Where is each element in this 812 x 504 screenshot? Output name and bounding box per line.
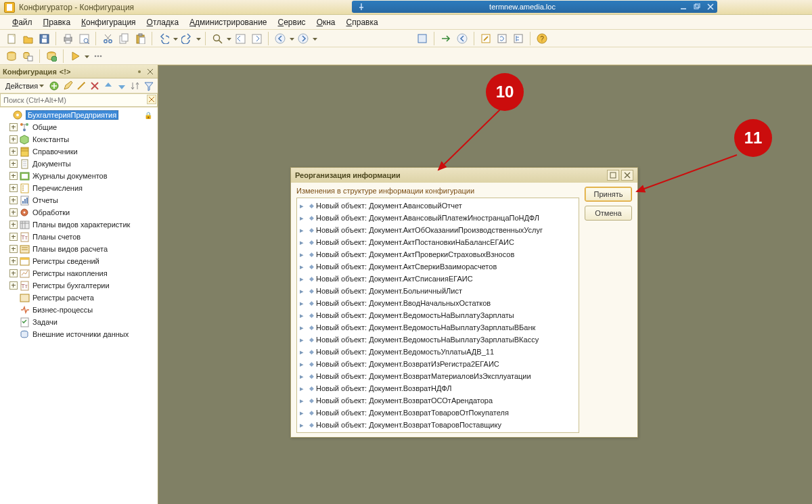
change-item[interactable]: ▸◆Новый объект: Документ.ВедомостьНаВыпл…: [298, 334, 577, 346]
tree-expander[interactable]: [9, 123, 18, 131]
change-item[interactable]: ▸◆Новый объект: Документ.БольничныйЛист: [298, 285, 577, 297]
panel-up-button[interactable]: [102, 80, 114, 92]
tree-item[interactable]: Внешние источники данных: [0, 328, 158, 340]
change-item[interactable]: ▸◆Новый объект: Документ.ВводНачальныхОс…: [298, 297, 577, 309]
change-item[interactable]: ▸◆Новый объект: Документ.АктСписанияЕГАИ…: [298, 273, 577, 285]
change-item[interactable]: ▸◆Новый объект: Документ.АктСверкиВзаимо…: [298, 260, 577, 273]
change-item[interactable]: ▸◆Новый объект: Документ.АктПостановкиНа…: [298, 236, 577, 248]
actions-dropdown[interactable]: Действия: [3, 81, 47, 91]
new-doc-button[interactable]: [4, 31, 19, 46]
tree-item[interactable]: Регистры накопления: [0, 267, 158, 279]
panel-delete-button[interactable]: [89, 80, 101, 92]
db-copy-button[interactable]: [20, 49, 35, 64]
change-item[interactable]: ▸◆Новый объект: Документ.ВозвратОСОтАрен…: [298, 394, 577, 407]
change-item[interactable]: ▸◆Новый объект: Документ.ВозвратИзРегист…: [298, 358, 577, 370]
change-item[interactable]: ▸◆Новый объект: Документ.ВедомостьНаВыпл…: [298, 321, 577, 334]
menu-справка[interactable]: Справка: [341, 16, 384, 28]
remote-minimize-button[interactable]: [677, 1, 690, 12]
tree-expander[interactable]: [9, 147, 18, 156]
change-item[interactable]: ▸◆Новый объект: Документ.ВозвратНДФЛ: [298, 382, 577, 394]
more-button[interactable]: [91, 49, 106, 64]
tree-item[interactable]: Документы: [0, 158, 158, 170]
dialog-titlebar[interactable]: Реорганизация информации: [291, 168, 637, 183]
nav-fwd-dropdown[interactable]: [312, 31, 317, 46]
tree-expander[interactable]: [9, 281, 18, 290]
paste-button[interactable]: [133, 31, 148, 46]
change-item[interactable]: ▸◆Новый объект: Документ.ВозвратМатериал…: [298, 370, 577, 382]
tree-expander[interactable]: [9, 135, 18, 143]
arrow-right-button[interactable]: [438, 31, 453, 46]
menu-администрирование[interactable]: Администрирование: [184, 16, 272, 28]
tree-expander[interactable]: [9, 196, 18, 204]
remote-restore-button[interactable]: [690, 1, 704, 12]
find-next-button[interactable]: [249, 31, 264, 46]
nav-fwd-button[interactable]: [296, 31, 311, 46]
change-item[interactable]: ▸◆Новый объект: Документ.ВедомостьНаВыпл…: [298, 309, 577, 321]
panel-filter-button[interactable]: [143, 80, 155, 92]
dialog-changes-list[interactable]: ▸◆Новый объект: Документ.АвансовыйОтчет▸…: [296, 198, 579, 433]
tree-root[interactable]: БухгалтерияПредприятия🔒: [0, 109, 158, 121]
help-badge-button[interactable]: ?: [535, 31, 549, 46]
tree-item[interactable]: Журналы документов: [0, 170, 158, 182]
menu-окна[interactable]: Окна: [311, 16, 341, 28]
drop-button[interactable]: [551, 31, 566, 46]
preview-button[interactable]: [76, 31, 91, 46]
tree-search-clear[interactable]: [147, 95, 156, 104]
change-item[interactable]: ▸◆Новый объект: Документ.АктОбОказанииПр…: [298, 224, 577, 236]
undo-button[interactable]: [156, 31, 171, 46]
menu-отладка[interactable]: Отладка: [141, 16, 184, 28]
config-wand-button[interactable]: [478, 31, 493, 46]
blue-sq-button[interactable]: [415, 31, 430, 46]
panel-wand-button[interactable]: [75, 80, 87, 92]
dialog-close-button[interactable]: [621, 170, 633, 181]
tree-expander[interactable]: [9, 208, 18, 216]
panel-sort-button[interactable]: [129, 80, 141, 92]
run-button[interactable]: [68, 49, 83, 64]
config-tree-button[interactable]: [511, 31, 526, 46]
dialog-maximize-button[interactable]: [607, 170, 619, 181]
print-button[interactable]: [60, 31, 75, 46]
menu-правка[interactable]: Правка: [38, 16, 76, 28]
tree-item[interactable]: Общие: [0, 121, 158, 133]
tree-item[interactable]: Справочники: [0, 145, 158, 158]
db-button[interactable]: [4, 49, 19, 64]
tree-expander[interactable]: [9, 172, 18, 180]
change-item[interactable]: ▸◆Новый объект: Документ.АктПроверкиСтра…: [298, 248, 577, 260]
tree-search-input[interactable]: [0, 93, 158, 107]
panel-edit-button[interactable]: [62, 80, 74, 92]
tree-expander[interactable]: [9, 269, 18, 277]
nav-back-button[interactable]: [273, 31, 288, 46]
accept-button[interactable]: Принять: [585, 187, 632, 202]
menu-файл[interactable]: Файл: [7, 16, 38, 28]
tree-expander[interactable]: [9, 221, 18, 229]
tree-expander[interactable]: [9, 184, 18, 192]
copy-button[interactable]: [116, 31, 131, 46]
tree-expander[interactable]: [9, 245, 18, 253]
tree-item[interactable]: Перечисления: [0, 182, 158, 194]
tree-item[interactable]: Бизнес-процессы: [0, 304, 158, 316]
open-button[interactable]: [20, 31, 35, 46]
cut-button[interactable]: [100, 31, 115, 46]
remote-close-button[interactable]: [704, 1, 717, 12]
tree-expander[interactable]: [9, 257, 18, 265]
tree-item[interactable]: Регистры расчета: [0, 292, 158, 304]
change-item[interactable]: ▸◆Новый объект: Документ.ВозвратТоваровО…: [298, 407, 577, 419]
change-item[interactable]: ▸◆Новый объект: Документ.АвансовыйПлатеж…: [298, 212, 577, 224]
menu-конфигурация[interactable]: Конфигурация: [76, 16, 141, 28]
panel-pin-button[interactable]: [135, 67, 144, 76]
tree-item[interactable]: Обработки: [0, 206, 158, 219]
tree-item[interactable]: Задачи: [0, 316, 158, 328]
pin-icon[interactable]: [355, 1, 368, 12]
tree-item[interactable]: Константы: [0, 133, 158, 145]
change-item[interactable]: ▸◆Новый объект: Документ.ВозвратТоваровП…: [298, 419, 577, 431]
configuration-tree[interactable]: БухгалтерияПредприятия🔒ОбщиеКонстантыСпр…: [0, 107, 158, 504]
run-dropdown[interactable]: [84, 49, 89, 64]
tree-item[interactable]: Планы видов характеристик: [0, 219, 158, 231]
tree-item[interactable]: ТтРегистры бухгалтерии: [0, 279, 158, 292]
save-button[interactable]: [37, 31, 51, 46]
search-button[interactable]: [210, 31, 225, 46]
tree-item[interactable]: ТтПланы счетов: [0, 231, 158, 243]
tree-expander[interactable]: [9, 160, 18, 168]
tree-item[interactable]: Планы видов расчета: [0, 243, 158, 255]
undo-dropdown[interactable]: [173, 31, 178, 46]
